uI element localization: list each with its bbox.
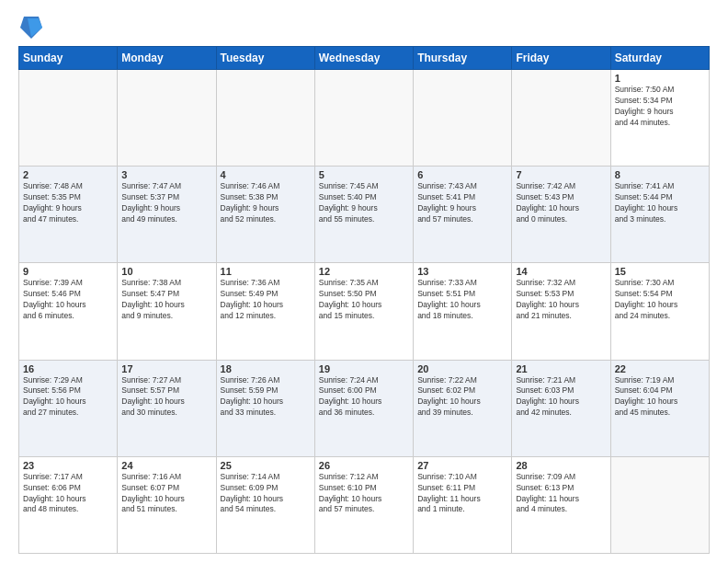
day-cell: 8Sunrise: 7:41 AM Sunset: 5:44 PM Daylig… [610, 167, 709, 263]
weekday-saturday: Saturday [610, 47, 709, 70]
day-number: 7 [516, 169, 606, 180]
day-cell: 5Sunrise: 7:45 AM Sunset: 5:40 PM Daylig… [314, 167, 413, 263]
day-cell: 10Sunrise: 7:38 AM Sunset: 5:47 PM Dayli… [118, 263, 216, 360]
weekday-tuesday: Tuesday [216, 47, 314, 70]
day-info: Sunrise: 7:46 AM Sunset: 5:38 PM Dayligh… [221, 181, 311, 225]
day-info: Sunrise: 7:30 AM Sunset: 5:54 PM Dayligh… [615, 278, 705, 322]
week-row-4: 23Sunrise: 7:17 AM Sunset: 6:06 PM Dayli… [19, 456, 710, 553]
day-info: Sunrise: 7:36 AM Sunset: 5:49 PM Dayligh… [221, 278, 311, 322]
header [18, 15, 710, 37]
day-info: Sunrise: 7:35 AM Sunset: 5:50 PM Dayligh… [319, 278, 409, 322]
day-cell: 9Sunrise: 7:39 AM Sunset: 5:46 PM Daylig… [19, 263, 118, 360]
day-info: Sunrise: 7:14 AM Sunset: 6:09 PM Dayligh… [221, 472, 311, 516]
day-cell: 17Sunrise: 7:27 AM Sunset: 5:57 PM Dayli… [118, 360, 216, 456]
day-cell: 6Sunrise: 7:43 AM Sunset: 5:41 PM Daylig… [414, 167, 512, 263]
day-number: 2 [23, 169, 113, 180]
day-number: 4 [221, 169, 311, 180]
day-info: Sunrise: 7:10 AM Sunset: 6:11 PM Dayligh… [417, 472, 507, 516]
day-cell: 15Sunrise: 7:30 AM Sunset: 5:54 PM Dayli… [610, 263, 709, 360]
day-number: 16 [23, 363, 113, 374]
day-info: Sunrise: 7:32 AM Sunset: 5:53 PM Dayligh… [516, 278, 606, 322]
day-number: 17 [121, 363, 211, 374]
day-cell: 3Sunrise: 7:47 AM Sunset: 5:37 PM Daylig… [118, 167, 216, 263]
day-info: Sunrise: 7:50 AM Sunset: 5:34 PM Dayligh… [615, 85, 705, 129]
day-number: 28 [516, 460, 606, 471]
day-cell: 18Sunrise: 7:26 AM Sunset: 5:59 PM Dayli… [216, 360, 314, 456]
day-number: 9 [23, 266, 113, 277]
day-info: Sunrise: 7:41 AM Sunset: 5:44 PM Dayligh… [615, 181, 705, 225]
day-cell [314, 70, 413, 167]
day-number: 24 [121, 460, 211, 471]
day-info: Sunrise: 7:38 AM Sunset: 5:47 PM Dayligh… [121, 278, 211, 322]
day-number: 6 [417, 169, 507, 180]
day-info: Sunrise: 7:19 AM Sunset: 6:04 PM Dayligh… [615, 375, 705, 419]
day-cell [610, 456, 709, 553]
day-number: 25 [221, 460, 311, 471]
day-cell: 28Sunrise: 7:09 AM Sunset: 6:13 PM Dayli… [512, 456, 610, 553]
weekday-monday: Monday [118, 47, 216, 70]
day-info: Sunrise: 7:17 AM Sunset: 6:06 PM Dayligh… [23, 472, 113, 516]
day-cell: 24Sunrise: 7:16 AM Sunset: 6:07 PM Dayli… [118, 456, 216, 553]
day-cell: 19Sunrise: 7:24 AM Sunset: 6:00 PM Dayli… [314, 360, 413, 456]
day-cell: 27Sunrise: 7:10 AM Sunset: 6:11 PM Dayli… [414, 456, 512, 553]
day-cell: 25Sunrise: 7:14 AM Sunset: 6:09 PM Dayli… [216, 456, 314, 553]
day-info: Sunrise: 7:24 AM Sunset: 6:00 PM Dayligh… [319, 375, 409, 419]
day-number: 3 [121, 169, 211, 180]
day-number: 5 [319, 169, 409, 180]
day-info: Sunrise: 7:12 AM Sunset: 6:10 PM Dayligh… [319, 472, 409, 516]
day-number: 27 [417, 460, 507, 471]
day-cell: 23Sunrise: 7:17 AM Sunset: 6:06 PM Dayli… [19, 456, 118, 553]
page: SundayMondayTuesdayWednesdayThursdayFrid… [0, 0, 728, 563]
day-info: Sunrise: 7:29 AM Sunset: 5:56 PM Dayligh… [23, 375, 113, 419]
day-number: 15 [615, 266, 705, 277]
day-info: Sunrise: 7:09 AM Sunset: 6:13 PM Dayligh… [516, 472, 606, 516]
day-info: Sunrise: 7:47 AM Sunset: 5:37 PM Dayligh… [121, 181, 211, 225]
day-info: Sunrise: 7:26 AM Sunset: 5:59 PM Dayligh… [221, 375, 311, 419]
day-number: 8 [615, 169, 705, 180]
day-info: Sunrise: 7:48 AM Sunset: 5:35 PM Dayligh… [23, 181, 113, 225]
day-cell [19, 70, 118, 167]
day-cell: 2Sunrise: 7:48 AM Sunset: 5:35 PM Daylig… [19, 167, 118, 263]
logo [18, 15, 42, 37]
day-cell: 13Sunrise: 7:33 AM Sunset: 5:51 PM Dayli… [414, 263, 512, 360]
day-info: Sunrise: 7:16 AM Sunset: 6:07 PM Dayligh… [121, 472, 211, 516]
week-row-3: 16Sunrise: 7:29 AM Sunset: 5:56 PM Dayli… [19, 360, 710, 456]
day-number: 12 [319, 266, 409, 277]
day-cell: 20Sunrise: 7:22 AM Sunset: 6:02 PM Dayli… [414, 360, 512, 456]
day-info: Sunrise: 7:42 AM Sunset: 5:43 PM Dayligh… [516, 181, 606, 225]
week-row-0: 1Sunrise: 7:50 AM Sunset: 5:34 PM Daylig… [19, 70, 710, 167]
day-number: 1 [615, 73, 705, 84]
day-cell: 21Sunrise: 7:21 AM Sunset: 6:03 PM Dayli… [512, 360, 610, 456]
week-row-1: 2Sunrise: 7:48 AM Sunset: 5:35 PM Daylig… [19, 167, 710, 263]
day-info: Sunrise: 7:22 AM Sunset: 6:02 PM Dayligh… [417, 375, 507, 419]
day-cell: 12Sunrise: 7:35 AM Sunset: 5:50 PM Dayli… [314, 263, 413, 360]
day-number: 14 [516, 266, 606, 277]
day-info: Sunrise: 7:27 AM Sunset: 5:57 PM Dayligh… [121, 375, 211, 419]
day-cell [216, 70, 314, 167]
day-cell: 11Sunrise: 7:36 AM Sunset: 5:49 PM Dayli… [216, 263, 314, 360]
day-cell: 4Sunrise: 7:46 AM Sunset: 5:38 PM Daylig… [216, 167, 314, 263]
day-number: 18 [221, 363, 311, 374]
day-number: 11 [221, 266, 311, 277]
day-number: 10 [121, 266, 211, 277]
day-cell: 26Sunrise: 7:12 AM Sunset: 6:10 PM Dayli… [314, 456, 413, 553]
day-cell: 22Sunrise: 7:19 AM Sunset: 6:04 PM Dayli… [610, 360, 709, 456]
weekday-sunday: Sunday [19, 47, 118, 70]
week-row-2: 9Sunrise: 7:39 AM Sunset: 5:46 PM Daylig… [19, 263, 710, 360]
day-cell: 16Sunrise: 7:29 AM Sunset: 5:56 PM Dayli… [19, 360, 118, 456]
day-number: 13 [417, 266, 507, 277]
day-cell: 7Sunrise: 7:42 AM Sunset: 5:43 PM Daylig… [512, 167, 610, 263]
day-cell: 14Sunrise: 7:32 AM Sunset: 5:53 PM Dayli… [512, 263, 610, 360]
day-number: 26 [319, 460, 409, 471]
calendar-table: SundayMondayTuesdayWednesdayThursdayFrid… [18, 46, 710, 554]
day-info: Sunrise: 7:39 AM Sunset: 5:46 PM Dayligh… [23, 278, 113, 322]
logo-icon [20, 15, 42, 40]
day-number: 23 [23, 460, 113, 471]
weekday-header-row: SundayMondayTuesdayWednesdayThursdayFrid… [19, 47, 710, 70]
day-cell: 1Sunrise: 7:50 AM Sunset: 5:34 PM Daylig… [610, 70, 709, 167]
day-cell [414, 70, 512, 167]
day-info: Sunrise: 7:43 AM Sunset: 5:41 PM Dayligh… [417, 181, 507, 225]
day-number: 19 [319, 363, 409, 374]
day-info: Sunrise: 7:33 AM Sunset: 5:51 PM Dayligh… [417, 278, 507, 322]
day-number: 22 [615, 363, 705, 374]
